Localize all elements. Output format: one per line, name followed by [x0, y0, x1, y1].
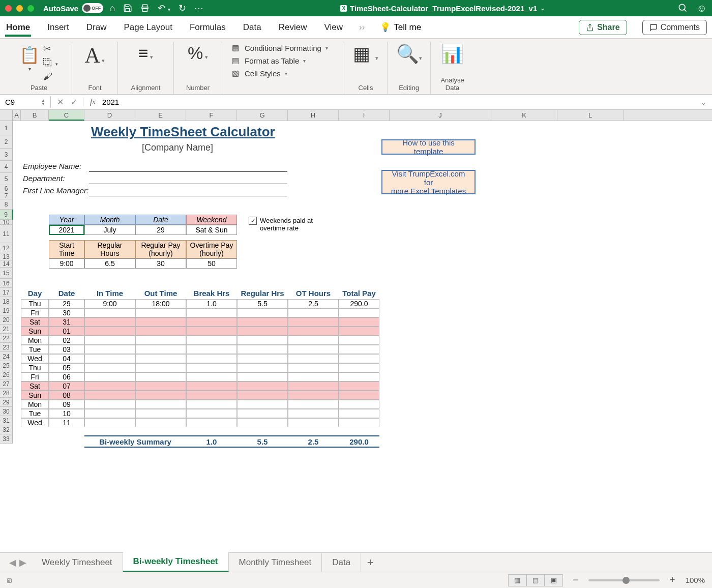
expand-formula-icon[interactable]: ⌄ [695, 98, 712, 107]
table-cell[interactable] [135, 400, 186, 409]
row-5[interactable]: 5 [0, 173, 13, 185]
table-cell[interactable] [84, 345, 135, 354]
table-cell[interactable] [186, 418, 237, 427]
add-sheet-button[interactable]: + [361, 556, 379, 569]
table-cell[interactable] [84, 327, 135, 336]
view-page-layout-icon[interactable]: ▤ [526, 574, 545, 586]
table-cell[interactable]: 1.0 [186, 299, 237, 308]
table-cell[interactable] [288, 409, 339, 418]
home-icon[interactable]: ⌂ [109, 3, 115, 14]
row-4[interactable]: 4 [0, 161, 13, 173]
table-cell[interactable] [237, 400, 288, 409]
table-cell[interactable]: Sat [21, 381, 49, 391]
cell-month[interactable]: July [84, 225, 135, 235]
table-cell[interactable] [237, 363, 288, 372]
row-17[interactable]: 17 [0, 288, 13, 297]
search-icon[interactable] [677, 3, 688, 14]
zoom-out-button[interactable]: − [571, 575, 581, 585]
employee-name-field[interactable] [89, 162, 287, 172]
table-cell[interactable]: 29 [49, 299, 84, 308]
row-30[interactable]: 30 [0, 407, 13, 416]
col-B[interactable]: B [21, 110, 49, 121]
table-cell[interactable] [84, 409, 135, 418]
company-name[interactable]: [Company Name] [140, 142, 215, 153]
table-cell[interactable]: 11 [49, 418, 84, 427]
cancel-icon[interactable]: ✕ [57, 97, 64, 107]
table-cell[interactable] [288, 308, 339, 317]
row-33[interactable]: 33 [0, 434, 13, 444]
sheet-body[interactable]: Weekly TimeSheet Calculator [Company Nam… [13, 121, 712, 507]
table-cell[interactable]: Tue [21, 409, 49, 418]
department-field[interactable] [89, 174, 287, 184]
row-19[interactable]: 19 [0, 306, 13, 315]
more-icon[interactable]: ⋯ [194, 3, 203, 14]
table-cell[interactable] [135, 327, 186, 336]
tab-data[interactable]: Data [242, 18, 262, 37]
col-G[interactable]: G [237, 110, 288, 121]
tab-insert[interactable]: Insert [46, 18, 70, 37]
table-cell[interactable] [339, 372, 379, 381]
conditional-formatting-button[interactable]: ▦Conditional Formatting ▾ [230, 43, 328, 52]
more-tabs-icon[interactable]: ›› [359, 22, 365, 33]
view-page-break-icon[interactable]: ▣ [545, 574, 563, 586]
table-cell[interactable]: Fri [21, 372, 49, 381]
table-cell[interactable]: Sun [21, 327, 49, 336]
table-cell[interactable] [339, 400, 379, 409]
col-D[interactable]: D [84, 110, 135, 121]
table-cell[interactable] [135, 345, 186, 354]
table-cell[interactable]: 09 [49, 400, 84, 409]
col-J[interactable]: J [390, 110, 491, 121]
row-15[interactable]: 15 [0, 268, 13, 279]
comments-button[interactable]: Comments [642, 20, 707, 35]
row-22[interactable]: 22 [0, 334, 13, 343]
table-cell[interactable] [135, 317, 186, 327]
select-all[interactable] [0, 110, 13, 121]
col-E[interactable]: E [135, 110, 186, 121]
copy-icon[interactable]: ⿻ ▾ [43, 57, 57, 68]
table-cell[interactable] [237, 354, 288, 363]
table-cell[interactable] [288, 400, 339, 409]
col-F[interactable]: F [186, 110, 237, 121]
table-cell[interactable]: 07 [49, 381, 84, 391]
close-window-icon[interactable] [5, 5, 12, 12]
zoom-slider[interactable] [588, 579, 660, 581]
row-13[interactable]: 13 [0, 253, 13, 260]
macro-icon[interactable]: ⎚ [7, 576, 12, 584]
row-29[interactable]: 29 [0, 398, 13, 407]
table-cell[interactable] [186, 400, 237, 409]
table-cell[interactable] [339, 345, 379, 354]
table-cell[interactable] [135, 372, 186, 381]
table-cell[interactable] [84, 391, 135, 400]
table-cell[interactable] [288, 391, 339, 400]
table-cell[interactable] [135, 336, 186, 345]
redo-icon[interactable]: ↻ [179, 3, 186, 14]
tab-page-layout[interactable]: Page Layout [123, 18, 173, 37]
table-cell[interactable] [237, 418, 288, 427]
table-cell[interactable] [84, 336, 135, 345]
sheet-monthly[interactable]: Monthly Timesheet [229, 553, 322, 572]
table-cell[interactable]: 02 [49, 336, 84, 345]
table-cell[interactable] [84, 381, 135, 391]
table-cell[interactable] [186, 372, 237, 381]
row-25[interactable]: 25 [0, 361, 13, 370]
sheet-data[interactable]: Data [322, 553, 361, 572]
table-cell[interactable]: 18:00 [135, 299, 186, 308]
cell-styles-button[interactable]: ▧Cell Styles ▾ [230, 69, 328, 78]
row-21[interactable]: 21 [0, 325, 13, 334]
table-cell[interactable] [186, 409, 237, 418]
howto-link[interactable]: How to use this template [381, 139, 476, 155]
row-2[interactable]: 2 [0, 135, 13, 149]
number-format-icon[interactable]: % [188, 43, 203, 63]
table-cell[interactable] [237, 391, 288, 400]
row-20[interactable]: 20 [0, 315, 13, 325]
table-cell[interactable] [237, 345, 288, 354]
tab-review[interactable]: Review [278, 18, 308, 37]
name-box[interactable]: C9 ▲▼ [0, 96, 51, 108]
analyse-data-button[interactable]: 📊 [441, 43, 464, 65]
table-cell[interactable] [135, 363, 186, 372]
row-1[interactable]: 1 [0, 121, 13, 135]
table-cell[interactable] [84, 418, 135, 427]
table-cell[interactable]: 01 [49, 327, 84, 336]
table-cell[interactable] [135, 381, 186, 391]
tab-formulas[interactable]: Formulas [189, 18, 227, 37]
